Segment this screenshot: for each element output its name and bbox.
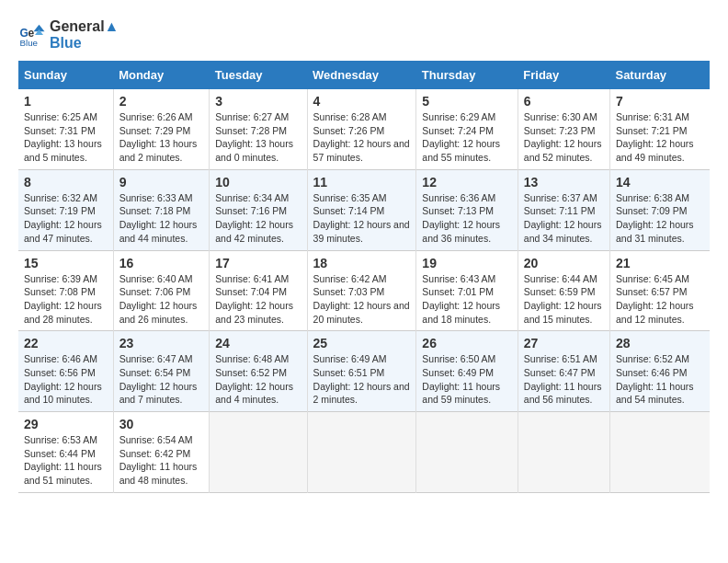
- calendar-cell: 12Sunrise: 6:36 AMSunset: 7:13 PMDayligh…: [416, 169, 518, 250]
- logo-text: General▲ Blue: [50, 18, 119, 52]
- day-number: 15: [24, 256, 108, 270]
- col-saturday: Saturday: [609, 61, 710, 89]
- day-info: Sunrise: 6:30 AMSunset: 7:23 PMDaylight:…: [524, 110, 604, 165]
- header: G e Blue General▲ Blue: [18, 18, 710, 52]
- calendar-cell: 24Sunrise: 6:48 AMSunset: 6:52 PMDayligh…: [210, 331, 307, 412]
- calendar-cell: 20Sunrise: 6:44 AMSunset: 6:59 PMDayligh…: [518, 250, 609, 331]
- calendar-cell: 7Sunrise: 6:31 AMSunset: 7:21 PMDaylight…: [609, 89, 710, 169]
- day-info: Sunrise: 6:25 AMSunset: 7:31 PMDaylight:…: [24, 110, 108, 165]
- day-number: 24: [215, 336, 301, 350]
- day-number: 6: [524, 94, 604, 109]
- day-info: Sunrise: 6:32 AMSunset: 7:19 PMDaylight:…: [24, 191, 108, 246]
- calendar-table: Sunday Monday Tuesday Wednesday Thursday…: [18, 61, 710, 493]
- calendar-cell: 10Sunrise: 6:34 AMSunset: 7:16 PMDayligh…: [210, 169, 307, 250]
- day-info: Sunrise: 6:52 AMSunset: 6:46 PMDaylight:…: [616, 352, 704, 407]
- day-number: 27: [524, 336, 604, 350]
- day-number: 7: [616, 94, 704, 109]
- day-number: 9: [119, 175, 204, 190]
- svg-text:Blue: Blue: [20, 38, 39, 48]
- calendar-cell: [307, 412, 416, 493]
- day-info: Sunrise: 6:26 AMSunset: 7:29 PMDaylight:…: [119, 110, 204, 165]
- day-number: 8: [24, 175, 108, 190]
- day-number: 30: [119, 417, 204, 431]
- calendar-cell: 28Sunrise: 6:52 AMSunset: 6:46 PMDayligh…: [609, 331, 710, 412]
- day-number: 1: [24, 94, 108, 109]
- day-number: 23: [119, 336, 204, 350]
- day-info: Sunrise: 6:35 AMSunset: 7:14 PMDaylight:…: [313, 191, 411, 246]
- day-number: 5: [422, 94, 511, 109]
- col-monday: Monday: [113, 61, 210, 89]
- day-info: Sunrise: 6:33 AMSunset: 7:18 PMDaylight:…: [119, 191, 204, 246]
- day-info: Sunrise: 6:43 AMSunset: 7:01 PMDaylight:…: [422, 272, 511, 327]
- calendar-cell: 3Sunrise: 6:27 AMSunset: 7:28 PMDaylight…: [210, 89, 307, 169]
- calendar-cell: 22Sunrise: 6:46 AMSunset: 6:56 PMDayligh…: [18, 331, 113, 412]
- calendar-cell: 16Sunrise: 6:40 AMSunset: 7:06 PMDayligh…: [113, 250, 210, 331]
- calendar-cell: 1Sunrise: 6:25 AMSunset: 7:31 PMDaylight…: [18, 89, 113, 169]
- day-number: 3: [215, 94, 301, 109]
- day-number: 26: [422, 336, 511, 350]
- day-info: Sunrise: 6:40 AMSunset: 7:06 PMDaylight:…: [119, 272, 204, 327]
- col-tuesday: Tuesday: [210, 61, 307, 89]
- calendar-cell: 29Sunrise: 6:53 AMSunset: 6:44 PMDayligh…: [18, 412, 113, 493]
- day-info: Sunrise: 6:42 AMSunset: 7:03 PMDaylight:…: [313, 272, 411, 327]
- logo-icon: G e Blue: [18, 21, 46, 49]
- calendar-cell: 26Sunrise: 6:50 AMSunset: 6:49 PMDayligh…: [416, 331, 518, 412]
- day-number: 22: [24, 336, 108, 350]
- calendar-cell: 13Sunrise: 6:37 AMSunset: 7:11 PMDayligh…: [518, 169, 609, 250]
- calendar-row: 15Sunrise: 6:39 AMSunset: 7:08 PMDayligh…: [18, 250, 710, 331]
- day-info: Sunrise: 6:27 AMSunset: 7:28 PMDaylight:…: [215, 110, 301, 165]
- day-number: 13: [524, 175, 604, 190]
- day-info: Sunrise: 6:50 AMSunset: 6:49 PMDaylight:…: [422, 352, 511, 407]
- calendar-row: 8Sunrise: 6:32 AMSunset: 7:19 PMDaylight…: [18, 169, 710, 250]
- logo: G e Blue General▲ Blue: [18, 18, 119, 52]
- col-thursday: Thursday: [416, 61, 518, 89]
- day-number: 4: [313, 94, 411, 109]
- calendar-row: 1Sunrise: 6:25 AMSunset: 7:31 PMDaylight…: [18, 89, 710, 169]
- calendar-cell: 21Sunrise: 6:45 AMSunset: 6:57 PMDayligh…: [609, 250, 710, 331]
- calendar-row: 22Sunrise: 6:46 AMSunset: 6:56 PMDayligh…: [18, 331, 710, 412]
- day-info: Sunrise: 6:31 AMSunset: 7:21 PMDaylight:…: [616, 110, 704, 165]
- calendar-row: 29Sunrise: 6:53 AMSunset: 6:44 PMDayligh…: [18, 412, 710, 493]
- day-number: 20: [524, 256, 604, 270]
- day-info: Sunrise: 6:38 AMSunset: 7:09 PMDaylight:…: [616, 191, 704, 246]
- calendar-cell: 8Sunrise: 6:32 AMSunset: 7:19 PMDaylight…: [18, 169, 113, 250]
- calendar-cell: 5Sunrise: 6:29 AMSunset: 7:24 PMDaylight…: [416, 89, 518, 169]
- calendar-cell: 18Sunrise: 6:42 AMSunset: 7:03 PMDayligh…: [307, 250, 416, 331]
- col-friday: Friday: [518, 61, 609, 89]
- col-wednesday: Wednesday: [307, 61, 416, 89]
- day-info: Sunrise: 6:44 AMSunset: 6:59 PMDaylight:…: [524, 272, 604, 327]
- day-number: 2: [119, 94, 204, 109]
- day-number: 16: [119, 256, 204, 270]
- calendar-cell: 15Sunrise: 6:39 AMSunset: 7:08 PMDayligh…: [18, 250, 113, 331]
- calendar-cell: 4Sunrise: 6:28 AMSunset: 7:26 PMDaylight…: [307, 89, 416, 169]
- calendar-header-row: Sunday Monday Tuesday Wednesday Thursday…: [18, 61, 710, 89]
- day-info: Sunrise: 6:28 AMSunset: 7:26 PMDaylight:…: [313, 110, 411, 165]
- day-info: Sunrise: 6:47 AMSunset: 6:54 PMDaylight:…: [119, 352, 204, 407]
- calendar-cell: 2Sunrise: 6:26 AMSunset: 7:29 PMDaylight…: [113, 89, 210, 169]
- day-info: Sunrise: 6:49 AMSunset: 6:51 PMDaylight:…: [313, 352, 411, 407]
- calendar-cell: [518, 412, 609, 493]
- day-info: Sunrise: 6:53 AMSunset: 6:44 PMDaylight:…: [24, 433, 108, 488]
- calendar-cell: [416, 412, 518, 493]
- day-number: 18: [313, 256, 411, 270]
- day-info: Sunrise: 6:34 AMSunset: 7:16 PMDaylight:…: [215, 191, 301, 246]
- day-number: 28: [616, 336, 704, 350]
- calendar-cell: 30Sunrise: 6:54 AMSunset: 6:42 PMDayligh…: [113, 412, 210, 493]
- calendar-cell: 6Sunrise: 6:30 AMSunset: 7:23 PMDaylight…: [518, 89, 609, 169]
- calendar-cell: 27Sunrise: 6:51 AMSunset: 6:47 PMDayligh…: [518, 331, 609, 412]
- day-number: 21: [616, 256, 704, 270]
- col-sunday: Sunday: [18, 61, 113, 89]
- day-info: Sunrise: 6:37 AMSunset: 7:11 PMDaylight:…: [524, 191, 604, 246]
- calendar-cell: [210, 412, 307, 493]
- calendar-cell: 23Sunrise: 6:47 AMSunset: 6:54 PMDayligh…: [113, 331, 210, 412]
- calendar-cell: 19Sunrise: 6:43 AMSunset: 7:01 PMDayligh…: [416, 250, 518, 331]
- day-info: Sunrise: 6:36 AMSunset: 7:13 PMDaylight:…: [422, 191, 511, 246]
- day-info: Sunrise: 6:46 AMSunset: 6:56 PMDaylight:…: [24, 352, 108, 407]
- day-number: 17: [215, 256, 301, 270]
- day-info: Sunrise: 6:41 AMSunset: 7:04 PMDaylight:…: [215, 272, 301, 327]
- calendar-cell: 17Sunrise: 6:41 AMSunset: 7:04 PMDayligh…: [210, 250, 307, 331]
- day-number: 10: [215, 175, 301, 190]
- calendar-cell: 25Sunrise: 6:49 AMSunset: 6:51 PMDayligh…: [307, 331, 416, 412]
- day-number: 29: [24, 417, 108, 431]
- day-number: 14: [616, 175, 704, 190]
